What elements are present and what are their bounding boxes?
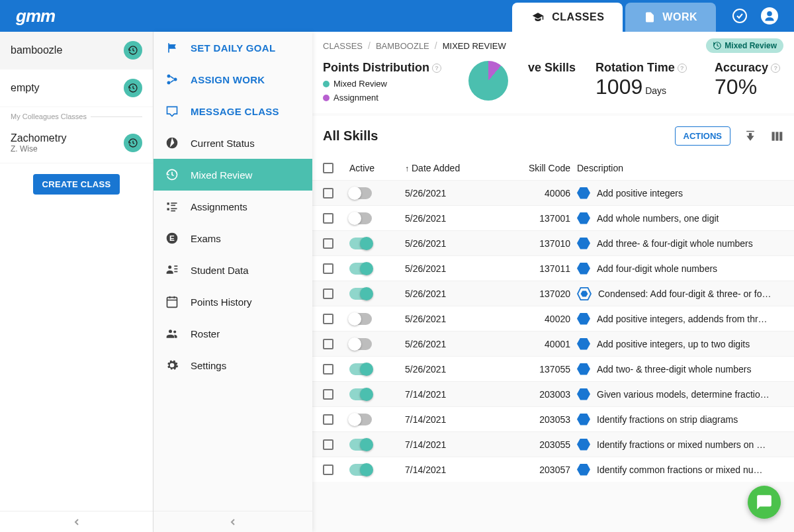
stat-rotation-time: Rotation Time? 1009 Days — [596, 61, 695, 103]
svg-rect-18 — [174, 271, 177, 273]
svg-rect-25 — [779, 132, 782, 140]
history-icon[interactable] — [124, 79, 142, 97]
help-icon[interactable]: ? — [678, 64, 687, 73]
row-checkbox[interactable] — [323, 238, 333, 249]
nav-exams[interactable]: EExams — [154, 222, 312, 254]
class-sidebar: bamboozleempty My Colleagues Classes Zac… — [0, 32, 154, 532]
row-checkbox[interactable] — [323, 389, 333, 400]
download-icon[interactable] — [744, 130, 757, 143]
account-icon[interactable] — [761, 7, 778, 24]
cell-desc: Given various models, determine fractio… — [597, 389, 770, 400]
active-toggle[interactable] — [349, 338, 372, 350]
nav-mixed[interactable]: Mixed Review — [154, 159, 312, 191]
nav-label: Points History — [191, 296, 252, 308]
row-checkbox[interactable] — [323, 414, 333, 425]
table-row: 7/14/2021203003Given various models, det… — [312, 381, 794, 406]
svg-point-4 — [167, 81, 171, 85]
table-row: 5/26/202140001Add positive integers, up … — [312, 331, 794, 356]
tab-work[interactable]: WORK — [625, 3, 716, 32]
columns-icon[interactable] — [770, 130, 783, 143]
skill-hex-icon — [577, 439, 590, 451]
row-checkbox[interactable] — [323, 213, 333, 224]
svg-rect-8 — [167, 208, 169, 210]
cell-code: 40020 — [508, 314, 577, 324]
svg-rect-10 — [171, 205, 175, 206]
table-row: 5/26/2021137010Add three- & four-digit w… — [312, 230, 794, 255]
col-date[interactable]: ↑Date Added — [405, 163, 508, 173]
assign-icon — [165, 73, 179, 86]
legend-dot-assign — [323, 95, 330, 101]
help-icon[interactable]: ? — [432, 64, 441, 73]
row-checkbox[interactable] — [323, 364, 333, 375]
col-active[interactable]: Active — [349, 163, 405, 173]
active-toggle[interactable] — [349, 363, 372, 375]
active-toggle[interactable] — [349, 263, 372, 275]
cell-date: 5/26/2021 — [405, 288, 508, 299]
colleague-class-item[interactable]: ZachometryZ. Wise — [0, 123, 153, 163]
class-item[interactable]: empty — [0, 69, 153, 107]
exams-icon: E — [165, 232, 179, 245]
check-icon[interactable] — [732, 8, 748, 24]
nav-goal[interactable]: SET DAILY GOAL — [154, 32, 312, 64]
nav-label: SET DAILY GOAL — [191, 42, 275, 54]
tab-classes[interactable]: CLASSES — [512, 3, 623, 32]
row-checkbox[interactable] — [323, 288, 333, 299]
col-code[interactable]: Skill Code — [508, 163, 577, 173]
svg-rect-11 — [171, 208, 177, 210]
crumb-bamboozle[interactable]: BAMBOOZLE — [376, 41, 429, 51]
nav-points_history[interactable]: Points History — [154, 286, 312, 318]
cell-date: 5/26/2021 — [405, 314, 508, 324]
active-toggle[interactable] — [349, 464, 372, 476]
sort-asc-icon: ↑ — [405, 164, 409, 173]
nav-message[interactable]: MESSAGE CLASS — [154, 95, 312, 127]
main-content: CLASSES / BAMBOOZLE / MIXED REVIEW Mixed… — [312, 32, 794, 532]
class-item[interactable]: bamboozle — [0, 32, 153, 69]
svg-point-21 — [173, 330, 176, 333]
cell-code: 137055 — [508, 364, 577, 375]
row-checkbox[interactable] — [323, 439, 333, 450]
nav-label: Assignments — [191, 201, 247, 212]
tab-work-label: WORK — [662, 11, 697, 23]
active-toggle[interactable] — [349, 212, 372, 224]
active-toggle[interactable] — [349, 288, 372, 300]
history-icon[interactable] — [124, 41, 142, 60]
nav-assign[interactable]: ASSIGN WORK — [154, 64, 312, 95]
history-icon[interactable] — [124, 134, 142, 152]
row-checkbox[interactable] — [323, 465, 333, 475]
chat-button[interactable] — [748, 486, 781, 519]
collapse-sidebar-1[interactable] — [0, 511, 153, 532]
actions-button[interactable]: ACTIONS — [675, 126, 731, 146]
active-toggle[interactable] — [349, 313, 372, 325]
active-toggle[interactable] — [349, 187, 372, 199]
create-class-button[interactable]: CREATE CLASS — [33, 174, 120, 195]
nav-settings[interactable]: Settings — [154, 349, 312, 381]
active-toggle[interactable] — [349, 388, 372, 400]
cell-desc: Condensed: Add four-digit & three- or fo… — [598, 288, 771, 299]
nav-student_data[interactable]: Student Data — [154, 254, 312, 286]
nav-label: Current Status — [191, 138, 255, 149]
crumb-classes[interactable]: CLASSES — [323, 41, 363, 51]
table-row: 5/26/202140006Add positive integers — [312, 180, 794, 205]
col-desc[interactable]: Description — [577, 163, 783, 173]
help-icon[interactable]: ? — [771, 64, 780, 73]
tab-classes-label: CLASSES — [552, 11, 604, 23]
row-checkbox[interactable] — [323, 314, 333, 324]
cell-desc: Identify common fractions or mixed nu… — [597, 465, 763, 475]
active-toggle[interactable] — [349, 439, 372, 451]
nav-status[interactable]: Current Status — [154, 127, 312, 159]
select-all-checkbox[interactable] — [323, 163, 333, 173]
skill-hex-condensed-icon — [577, 287, 592, 300]
table-row: 5/26/2021137001Add whole numbers, one di… — [312, 205, 794, 230]
skill-hex-icon — [577, 238, 590, 249]
classes-icon — [531, 11, 545, 23]
row-checkbox[interactable] — [323, 263, 333, 274]
skill-hex-icon — [577, 313, 590, 325]
nav-assignments[interactable]: Assignments — [154, 191, 312, 222]
active-toggle[interactable] — [349, 414, 372, 425]
active-toggle[interactable] — [349, 238, 372, 249]
row-checkbox[interactable] — [323, 339, 333, 349]
mixed-review-pill[interactable]: Mixed Review — [706, 38, 783, 53]
nav-roster[interactable]: Roster — [154, 318, 312, 349]
row-checkbox[interactable] — [323, 188, 333, 199]
collapse-sidebar-2[interactable] — [154, 511, 312, 532]
